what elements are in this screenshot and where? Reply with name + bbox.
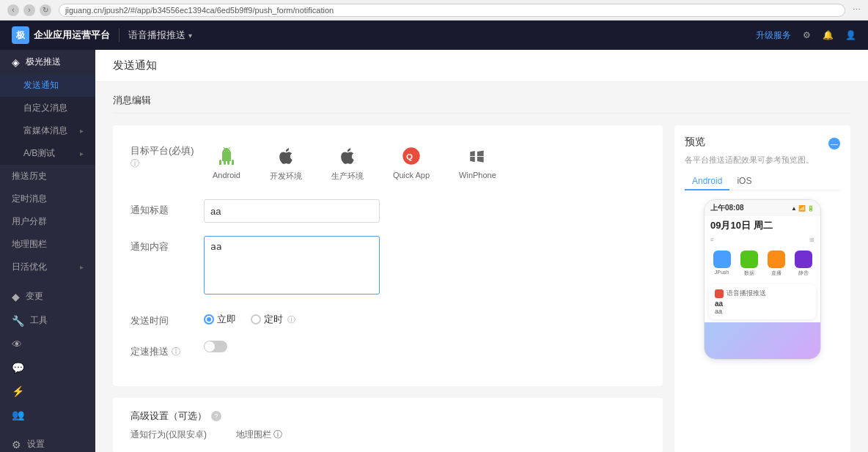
geo-fence-label: 地理围栏 ⓘ — [236, 429, 282, 441]
notification-content-input[interactable]: aa — [204, 236, 380, 294]
upgrade-button[interactable]: 升级服务 — [756, 29, 791, 42]
app-area: 极 企业应用运营平台 语音播报推送 ▾ 升级服务 ⚙ 🔔 👤 ◈ 极光推送 — [0, 21, 868, 452]
phone-background — [705, 322, 820, 359]
platform-ios-prod[interactable]: 生产环境 — [323, 140, 372, 186]
notif-title: aa — [715, 300, 810, 308]
daily-optimize-label: 日活优化 — [12, 261, 47, 273]
winphone-icon — [466, 144, 489, 168]
speed-help-icon[interactable]: ⓘ — [172, 347, 180, 357]
ios-prod-icon — [336, 144, 359, 168]
notification-title-input[interactable] — [204, 199, 380, 223]
sidebar-item-custom-message[interactable]: 自定义消息 — [0, 97, 95, 119]
advanced-help-icon[interactable]: ? — [211, 411, 221, 421]
sidebar-item-push[interactable]: ◈ 极光推送 — [0, 50, 95, 74]
phone-app-grid: JPush 数据 直播 — [705, 246, 820, 281]
data-label: 数据 — [744, 270, 754, 277]
mute-label: 静音 — [798, 270, 809, 277]
sidebar-item-push-history[interactable]: 推送历史 — [0, 165, 95, 188]
chevron-down-icon: ▾ — [188, 32, 192, 40]
sidebar-item-segments[interactable]: 用户分群 — [0, 210, 95, 233]
platform-options: Android 开发环境 — [204, 140, 645, 186]
sidebar-group-settings[interactable]: ⚙ 设置 — [0, 432, 95, 452]
preview-tab-android[interactable]: Android — [685, 173, 729, 190]
phone-time: 上午08:08 — [710, 203, 744, 213]
bell-icon[interactable]: 🔔 — [823, 30, 834, 40]
members-icon: 👥 — [12, 409, 24, 420]
sidebar-group-monitor[interactable]: 👁 — [0, 333, 95, 356]
api-icon: ⚡ — [12, 385, 24, 397]
page-title: 发送通知 — [113, 59, 157, 73]
notif-app-icon — [715, 289, 724, 298]
notification-content-row: 通知内容 aa — [130, 236, 645, 297]
sidebar-push-label: 极光推送 — [26, 56, 61, 68]
platform-label: 目标平台(必填) ⓘ — [130, 140, 204, 170]
notification-content-label: 通知内容 — [130, 236, 204, 253]
phone-menu-icon: ≡ — [710, 237, 714, 243]
sidebar-item-schedule[interactable]: 定时消息 — [0, 188, 95, 210]
back-button[interactable]: ‹ — [7, 4, 19, 16]
notif-body: aa — [715, 308, 810, 315]
platform-ios-dev[interactable]: 开发环境 — [261, 140, 311, 186]
notif-header: 语音播报推送 — [715, 289, 810, 298]
signal-icon: 📶 — [798, 205, 806, 212]
push-icon: ◈ — [12, 56, 20, 68]
jpush-icon — [713, 251, 731, 268]
rich-media-label: 富媒体消息 — [23, 125, 67, 137]
app-switcher[interactable]: 语音播报推送 ▾ — [128, 29, 192, 42]
notification-behavior-label: 通知行为(仅限安卓) — [130, 429, 207, 441]
speed-push-content — [204, 341, 645, 352]
platform-quick-app[interactable]: Q Quick App — [384, 140, 438, 186]
phone-status-icons: ▲ 📶 🔋 — [791, 205, 814, 212]
change-label: 变更 — [26, 290, 43, 303]
notif-app-name: 语音播报推送 — [727, 289, 766, 298]
sidebar-item-ab-test[interactable]: A/B测试 ▸ — [0, 142, 95, 165]
url-bar[interactable]: jiguang.cn/jpush2/#/app/b34556ec1394ca/6… — [59, 4, 845, 17]
platform-android[interactable]: Android — [204, 140, 249, 186]
rich-media-expand-icon: ▸ — [80, 127, 84, 135]
sidebar-item-send-notification[interactable]: 发送通知 — [0, 74, 95, 97]
app-name: 企业应用运营平台 — [34, 29, 110, 42]
sidebar-group-msg[interactable]: 💬 — [0, 356, 95, 379]
sidebar-group-api[interactable]: ⚡ — [0, 379, 95, 403]
sidebar-item-daily-optimize[interactable]: 日活优化 ▸ — [0, 256, 95, 278]
platform-winphone[interactable]: WinPhone — [450, 140, 505, 186]
battery-icon: 🔋 — [807, 205, 814, 212]
phone-mockup: 上午08:08 ▲ 📶 🔋 09月10日 周二 ≡ ⊞ — [704, 199, 821, 360]
sidebar-sub-container: 发送通知 自定义消息 富媒体消息 ▸ A/B测试 ▸ — [0, 74, 95, 165]
browser-nav: ‹ › ↻ — [7, 4, 51, 16]
settings-sidebar-icon: ⚙ — [12, 439, 21, 451]
daily-optimize-expand-icon: ▸ — [80, 263, 84, 271]
radio-immediate[interactable]: 立即 — [204, 313, 236, 326]
section-title: 消息编辑 — [113, 94, 850, 114]
sidebar-item-geofence[interactable]: 地理围栏 — [0, 233, 95, 256]
preview-subtitle: 各平台推送适配效果可参考预览图。 — [685, 155, 840, 166]
live-icon — [768, 251, 785, 268]
sidebar-group-members[interactable]: 👥 — [0, 403, 95, 426]
sidebar-group-change[interactable]: ◆ 变更 — [0, 284, 95, 308]
phone-notification: 语音播报推送 aa aa — [709, 284, 816, 319]
android-label: Android — [213, 171, 240, 179]
phone-app-jpush: JPush — [710, 251, 733, 277]
radio-scheduled-circle — [251, 314, 261, 325]
user-icon[interactable]: 👤 — [845, 30, 856, 40]
platform-help-icon[interactable]: ⓘ — [130, 158, 139, 168]
notification-content-content: aa — [204, 236, 645, 297]
settings-icon[interactable]: ⚙ — [803, 30, 811, 40]
phone-date: 09月10日 周二 — [705, 216, 820, 235]
radio-scheduled[interactable]: 定时 ⓘ — [251, 313, 295, 326]
page-header: 发送通知 — [95, 50, 868, 82]
radio-scheduled-label: 定时 — [264, 313, 283, 326]
refresh-button[interactable]: ↻ — [40, 4, 51, 16]
forward-button[interactable]: › — [23, 4, 35, 16]
form-section: 目标平台(必填) ⓘ — [113, 125, 663, 386]
preview-minimize-button[interactable]: — — [828, 138, 840, 149]
scheduled-help-icon[interactable]: ⓘ — [287, 314, 295, 325]
platform-options-list: Android 开发环境 — [204, 140, 645, 186]
sidebar-group-tools[interactable]: 🔧 工具 — [0, 308, 95, 333]
live-label: 直播 — [771, 270, 781, 277]
speed-toggle[interactable] — [204, 341, 227, 352]
speed-push-row: 定速推送 ⓘ — [130, 341, 645, 358]
preview-tab-ios[interactable]: iOS — [729, 173, 759, 190]
sidebar-item-rich-media[interactable]: 富媒体消息 ▸ — [0, 119, 95, 142]
notification-title-content — [204, 199, 645, 223]
